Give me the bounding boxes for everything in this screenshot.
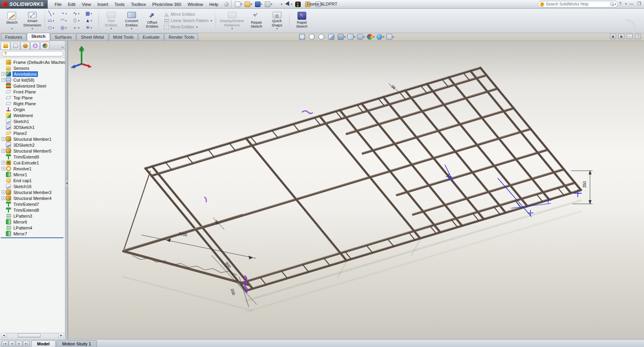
- sketch-tool-button[interactable]: ∿ ▾: [72, 10, 84, 17]
- command-tab[interactable]: Evaluate: [138, 34, 164, 41]
- command-tab[interactable]: Surfaces: [50, 34, 76, 41]
- smart-dimension-button[interactable]: Smart Dimension ▾: [22, 10, 43, 32]
- tree-item[interactable]: + Structural Member5: [1, 148, 65, 154]
- sketch-tool-button[interactable]: ◎ ▾: [60, 24, 71, 32]
- sketch-tool-button[interactable]: ▦ ▾: [85, 10, 97, 17]
- expand-plus-icon[interactable]: +: [2, 196, 5, 200]
- chevron-down-icon[interactable]: ▾: [231, 27, 233, 30]
- menu-item[interactable]: File: [52, 1, 65, 8]
- tree-item[interactable]: + 3DSketch2: [1, 142, 65, 148]
- next-study-button[interactable]: ►: [16, 341, 22, 346]
- chevron-down-icon[interactable]: ▾: [241, 3, 242, 6]
- chevron-down-icon[interactable]: ▾: [271, 3, 272, 6]
- chevron-down-icon[interactable]: ▾: [363, 35, 365, 39]
- panel-horizontal-scrollbar[interactable]: ◄ ►: [1, 333, 64, 338]
- tree-item[interactable]: + Origin: [1, 106, 65, 112]
- sketch-tool-button[interactable]: ◔ ▾: [60, 10, 71, 17]
- last-study-button[interactable]: ►|: [23, 341, 30, 346]
- search-input[interactable]: [544, 2, 610, 6]
- tree-item[interactable]: + Structural Member1: [1, 136, 65, 142]
- tree-item[interactable]: + Weldment: [1, 112, 65, 118]
- tree-filter-input[interactable]: [7, 52, 61, 56]
- quick-toolbar-button[interactable]: ▾: [274, 1, 284, 8]
- tree-item[interactable]: + Structural Member3: [1, 189, 65, 195]
- tree-item[interactable]: + Mirror7: [1, 231, 65, 237]
- view-toolbar-button[interactable]: ▾: [299, 34, 307, 40]
- tree-item[interactable]: + Trim/Extend7: [1, 201, 65, 207]
- mirror-entities-button[interactable]: Mirror Entities: [162, 12, 214, 17]
- expand-plus-icon[interactable]: +: [2, 72, 5, 76]
- displaymanager-tab[interactable]: [40, 42, 50, 49]
- propertymanager-tab[interactable]: [11, 42, 20, 49]
- menu-item[interactable]: Help: [206, 1, 221, 8]
- chevron-down-icon[interactable]: ▾: [354, 35, 356, 39]
- view-toolbar-button[interactable]: ▾: [337, 34, 346, 40]
- tree-item[interactable]: + Trim/Extend8: [1, 207, 65, 213]
- minimize-button[interactable]: —: [628, 1, 635, 7]
- chevron-down-icon[interactable]: ▾: [65, 19, 67, 22]
- scroll-right-arrow[interactable]: ►: [58, 333, 64, 338]
- configurationmanager-tab[interactable]: [20, 42, 30, 49]
- view-toolbar-button[interactable]: ▾: [318, 34, 327, 40]
- tree-filter-box[interactable]: [2, 51, 63, 56]
- tree-item[interactable]: + 3DSketch1: [1, 124, 65, 130]
- sketch-tool-button[interactable]: ╲ ▾: [47, 10, 59, 17]
- linear-sketch-pattern-button[interactable]: Linear Sketch Pattern ▾: [162, 18, 214, 24]
- tree-item[interactable]: + Frame (Default<As Machined><: [1, 59, 65, 65]
- quick-toolbar-button[interactable]: ▾: [244, 1, 253, 8]
- search-icon[interactable]: [610, 2, 614, 6]
- chevron-down-icon[interactable]: ▾: [53, 19, 54, 22]
- command-tab[interactable]: Render Tools: [164, 34, 199, 41]
- expand-plus-icon[interactable]: +: [2, 149, 5, 153]
- doc-cascade-button[interactable]: ❐: [635, 34, 641, 39]
- chevron-down-icon[interactable]: ▾: [281, 3, 283, 6]
- chevron-down-icon[interactable]: ▾: [131, 27, 132, 30]
- restore-button[interactable]: ❐: [636, 1, 642, 7]
- tree-item[interactable]: + Trim/Extend9: [1, 154, 65, 160]
- study-tab[interactable]: Motion Study 1: [56, 340, 97, 347]
- tree-item[interactable]: + Sketch1: [1, 118, 65, 124]
- sketch-tool-button[interactable]: ✳ ▾: [85, 24, 97, 32]
- chevron-down-icon[interactable]: ▾: [383, 35, 384, 39]
- chevron-down-icon[interactable]: ▾: [261, 3, 262, 6]
- quick-toolbar-button[interactable]: ▾: [294, 1, 304, 8]
- expand-plus-icon[interactable]: +: [2, 78, 5, 82]
- doc-minimize-button[interactable]: —: [627, 34, 633, 39]
- chevron-down-icon[interactable]: ▾: [78, 26, 80, 30]
- quick-snaps-button[interactable]: Quick Snaps ▾: [267, 10, 287, 32]
- sketch-tool-button[interactable]: ▭ ▾: [47, 17, 59, 24]
- tree-item[interactable]: + LPattern3: [1, 213, 65, 219]
- view-toolbar-button[interactable]: ▾: [386, 34, 395, 40]
- offset-entities-button[interactable]: Offset Entities: [142, 10, 162, 32]
- command-tab[interactable]: Mold Tools: [109, 34, 138, 41]
- command-tab[interactable]: Sheet Metal: [76, 34, 108, 41]
- quick-toolbar-button[interactable]: ▾: [254, 1, 264, 8]
- search-box[interactable]: ? ▾: [538, 1, 618, 7]
- repair-sketch-button[interactable]: Repair Sketch: [246, 10, 267, 32]
- chevron-down-icon[interactable]: ▾: [32, 27, 33, 30]
- pin-menu-icon[interactable]: [224, 2, 229, 7]
- view-toolbar-button[interactable]: ▾: [309, 34, 317, 40]
- tree-item[interactable]: + Right Plane: [1, 101, 65, 106]
- command-tab[interactable]: Features: [1, 34, 26, 41]
- tree-item[interactable]: + Annotations: [1, 71, 65, 77]
- tree-item[interactable]: + End cap1: [1, 177, 65, 183]
- chevron-down-icon[interactable]: ▾: [196, 26, 198, 29]
- help-caret[interactable]: ▾: [625, 2, 627, 6]
- sketch-tool-button[interactable]: ▲ ▾: [85, 17, 97, 24]
- expand-plus-icon[interactable]: +: [2, 167, 5, 170]
- display-delete-relations-button[interactable]: Display/Delete Relations ▾: [218, 10, 246, 32]
- help-button[interactable]: ?: [617, 1, 623, 7]
- tree-item[interactable]: + Structural Member4: [1, 195, 65, 201]
- menu-item[interactable]: Window: [184, 1, 206, 8]
- doc-restore-icon[interactable]: ▣: [610, 34, 616, 39]
- chevron-down-icon[interactable]: ▾: [393, 35, 394, 39]
- move-entities-button[interactable]: Move Entities ▾: [162, 24, 214, 30]
- scroll-left-arrow[interactable]: ◄: [1, 333, 7, 338]
- chevron-down-icon[interactable]: ▾: [11, 27, 13, 30]
- chevron-down-icon[interactable]: ▾: [276, 27, 278, 30]
- menu-item[interactable]: Toolbox: [128, 1, 149, 8]
- chevron-down-icon[interactable]: ▾: [53, 12, 54, 15]
- tree-item[interactable]: + Revolve1: [1, 166, 65, 172]
- scrollbar-thumb[interactable]: [18, 334, 41, 338]
